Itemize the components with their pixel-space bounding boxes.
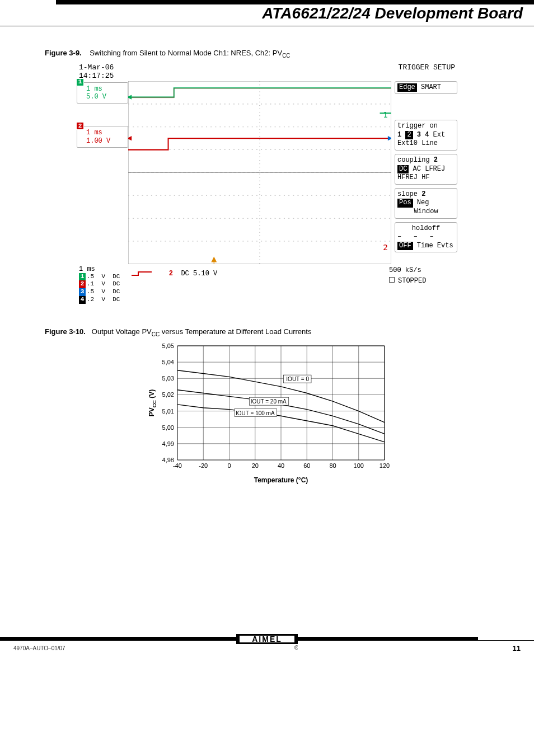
svg-text:4,98: 4,98: [162, 457, 174, 463]
svg-text:Temperature (°C): Temperature (°C): [254, 476, 308, 484]
header: ATA6621/22/24 Development Board: [0, 4, 534, 26]
sample-rate: 500 kS/s: [389, 265, 455, 276]
scope-grid: 1 2: [128, 81, 391, 264]
svg-text:5,00: 5,00: [162, 424, 174, 431]
scope-waveform: 1 2: [128, 81, 391, 264]
timebase: 1 ms: [79, 265, 130, 273]
svg-text:IOUT = 0: IOUT = 0: [286, 376, 309, 382]
svg-marker-15: [128, 95, 132, 99]
scope-time: 14:17:25: [79, 72, 114, 80]
figure-3-9-caption: Figure 3-9. Switching from Silent to Nor…: [45, 49, 512, 59]
svg-text:AIMEL: AIMEL: [252, 635, 282, 644]
figure-3-10-caption: Figure 3-10. Output Voltage PVCC versus …: [45, 327, 512, 337]
svg-text:60: 60: [303, 462, 310, 469]
svg-text:-20: -20: [199, 462, 208, 469]
hr: [0, 26, 534, 26]
fig9-text: Switching from Silent to Normal Mode Ch1…: [90, 49, 282, 57]
svg-marker-16: [128, 136, 132, 140]
trigger-on-box: trigger on 1 2 3 4 Ext Ext10 Line: [395, 120, 457, 151]
svg-text:40: 40: [278, 462, 284, 469]
channel-settings: 1.5 V DC 2.1 V DC 3.5 V DC 4.2 V DC: [79, 273, 130, 304]
scope-screenshot: 1-Mar-06 14:17:25 TRIGGER SETUP 1 1 ms 5…: [77, 62, 457, 305]
svg-text:80: 80: [329, 462, 336, 469]
coupling-box: coupling 2 DC AC LFREJ HFREJ HF: [395, 154, 457, 185]
fig9-label: Figure 3-9.: [45, 49, 82, 57]
atmel-logo: AIMEL ®: [236, 630, 298, 652]
holdoff-box: holdoff – – – OFF Time Evts: [395, 222, 457, 253]
run-state: STOPPED: [398, 277, 426, 285]
svg-text:120: 120: [380, 462, 390, 469]
trigger-mode-box: Edge SMART: [395, 81, 457, 95]
svg-text:5,04: 5,04: [162, 359, 174, 365]
svg-text:IOUT = 20 mA: IOUT = 20 mA: [251, 398, 287, 405]
svg-text:5,03: 5,03: [162, 375, 174, 382]
svg-text:PVCC (V): PVCC (V): [148, 389, 157, 416]
svg-marker-17: [388, 136, 391, 140]
top-accent-bar: [0, 0, 534, 4]
slope-box: slope 2 Pos Neg Window: [395, 188, 457, 219]
svg-text:5,05: 5,05: [162, 342, 174, 349]
fig9-sub: CC: [282, 53, 290, 59]
svg-text:4,99: 4,99: [162, 440, 174, 447]
doc-ref: 4970A–AUTO–01/07: [13, 645, 65, 651]
svg-text:®: ®: [294, 645, 298, 651]
scope-date: 1-Mar-06: [79, 63, 114, 72]
svg-text:2: 2: [383, 243, 388, 252]
scope-right-title: TRIGGER SETUP: [399, 63, 455, 80]
pvcc-vs-temperature-chart: -40-200204060801001204,984,995,005,015,0…: [144, 340, 390, 486]
svg-text:100: 100: [354, 462, 364, 469]
svg-text:IOUT = 100 mA: IOUT = 100 mA: [236, 410, 275, 416]
page-title: ATA6621/22/24 Development Board: [262, 4, 523, 22]
fig10-label: Figure 3-10.: [45, 327, 86, 336]
svg-text:5,01: 5,01: [162, 408, 174, 415]
page-number: 11: [513, 644, 521, 652]
svg-text:0: 0: [227, 462, 231, 469]
ch1-label: 1 1 ms 5.0 V: [77, 82, 128, 104]
svg-text:-40: -40: [173, 462, 182, 469]
ch2-label: 2 1 ms 1.00 V: [77, 126, 128, 148]
svg-marker-14: [212, 257, 216, 261]
svg-text:20: 20: [252, 462, 259, 469]
svg-text:5,02: 5,02: [162, 392, 174, 398]
svg-text:1: 1: [383, 110, 388, 119]
